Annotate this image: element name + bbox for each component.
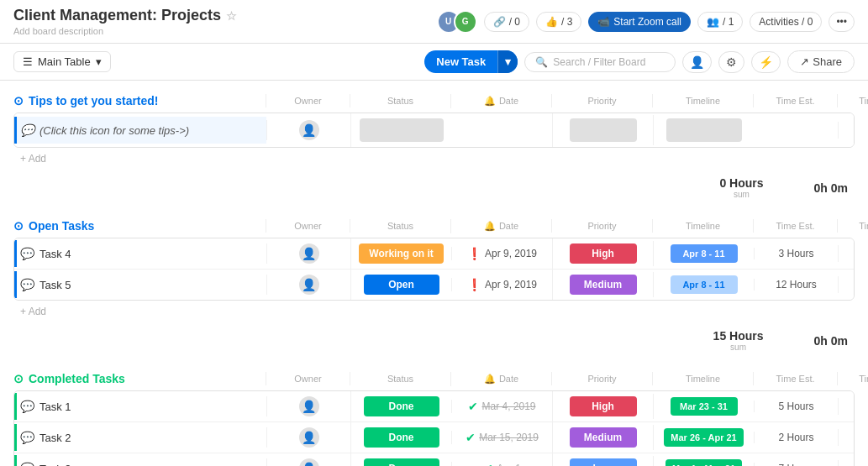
timeline-badge[interactable]: Apr 8 - 11 [671,244,738,263]
timeline-badge[interactable]: Mar 1 - May 31 [665,459,742,466]
priority-cell: Medium [552,422,653,453]
open-rows: 💬 Task 4 👤 Working on it ❗ Apr 9, 2019 H… [13,238,855,301]
date-cell: ✔ Apr 1 [451,462,552,466]
tips-rows: 💬 (Click this icon for some tips->) 👤 [13,113,855,148]
col-time-track-comp: Time Tracking [837,372,868,385]
gear-icon: ⚙ [726,55,737,69]
col-date-tips: 🔔 Date [450,94,551,108]
chevron-down-icon: ▾ [96,55,102,68]
person-filter-button[interactable]: 👤 [682,51,712,73]
time-track-cell: ▶ [838,276,855,293]
team-button[interactable]: 👥 / 1 [697,12,743,32]
completed-group-title[interactable]: ⊙ Completed Tasks [13,369,266,389]
date-value: Apr 1 [497,463,521,466]
priority-badge[interactable]: Low [570,458,637,466]
priority-badge[interactable]: Medium [570,275,637,295]
share-button[interactable]: ↗ Share [787,50,855,73]
timeline-badge[interactable]: Mar 23 - 31 [671,397,738,416]
main-table-button[interactable]: ☰ Main Table ▾ [13,51,111,72]
priority-cell: High [552,238,653,269]
timeline-cell: Mar 26 - Apr 21 [653,425,754,450]
timeline-badge[interactable]: Mar 26 - Apr 21 [664,428,743,447]
status-badge[interactable]: Done [364,458,439,466]
table-row: 💬 Task 4 👤 Working on it ❗ Apr 9, 2019 H… [14,238,854,270]
status-cell: Open [350,270,451,300]
chat-icon: 💬 [20,247,34,260]
zoom-label: Start Zoom call [613,16,681,28]
timeline-badge[interactable]: Apr 8 - 11 [671,275,738,294]
chat-icon: 💬 [20,278,34,291]
time-track-cell: ▶ [838,429,855,446]
owner-avatar: 👤 [299,243,319,264]
like-button[interactable]: 👍 / 3 [536,12,581,32]
chevron-open-icon: ⊙ [13,219,24,233]
owner-cell: 👤 [266,396,350,416]
check-icon: ✔ [468,400,478,413]
team-icon: 👥 [707,16,719,28]
status-badge[interactable]: Working on it [359,243,443,264]
top-bar: Client Management: Projects ☆ Add board … [0,0,868,44]
sum-track-value: 0h 0m [814,334,848,348]
sum-value: 15 Hours [713,329,764,343]
time-track-cell: ▶ [838,460,855,466]
new-task-label: New Task [424,50,497,73]
task-name: Task 2 [39,432,260,444]
date-value: Apr 9, 2019 [485,279,537,291]
owner-cell: 👤 [266,275,350,295]
sum-item-hours: 0 Hours sum [719,176,763,199]
add-row-open[interactable]: + Add [13,301,855,322]
col-status-open: Status [350,219,450,233]
search-icon: 🔍 [535,56,548,68]
board-subtitle[interactable]: Add board description [13,26,237,36]
timeline-cell: Mar 23 - 31 [653,394,754,419]
completed-group: ⊙ Completed Tasks Owner Status 🔔 Date Pr… [13,369,855,466]
time-est-cell: 2 Hours [754,432,838,443]
person-icon: 👤 [690,55,704,69]
col-owner-tips: Owner [266,94,350,107]
filter-button[interactable]: ⚡ [751,51,781,73]
time-track-cell: ▶ [838,245,855,262]
toolbar: ☰ Main Table ▾ New Task ▾ 🔍 Search / Fil… [0,44,868,81]
task-name: Task 3 [39,463,260,467]
new-task-button[interactable]: New Task ▾ [424,50,518,73]
zoom-button[interactable]: 📹 Start Zoom call [588,12,691,32]
tips-group-title[interactable]: ⊙ Tips to get you started! [13,91,266,111]
status-badge[interactable]: Open [364,275,439,295]
invite-button[interactable]: 🔗 / 0 [484,12,529,32]
priority-empty [570,118,637,142]
tips-title-text: Tips to get you started! [29,94,159,107]
sum-label: sum [719,190,763,199]
owner-avatar: 👤 [299,275,319,295]
open-group: ⊙ Open Tasks Owner Status 🔔 Date Priorit… [13,216,855,355]
share-icon: ↗ [800,55,809,68]
priority-cell: Medium [552,270,653,300]
activities-button[interactable]: Activities / 0 [750,12,822,32]
task-name-cell: 💬 (Click this icon for some tips->) [14,117,266,144]
sum-item-track: 0h 0m [814,181,848,195]
priority-badge[interactable]: Medium [570,427,637,448]
table-row: 💬 Task 5 👤 Open ❗ Apr 9, 2019 Medium A [14,270,854,300]
settings-button[interactable]: ⚙ [718,51,744,73]
add-row-tips[interactable]: + Add [13,148,855,170]
chat-icon: 💬 [20,431,34,444]
col-timeline-comp: Timeline [652,372,753,385]
task-name: Task 4 [39,248,260,260]
main-table-label: Main Table [38,55,91,68]
check-icon: ✔ [483,462,493,466]
search-box[interactable]: 🔍 Search / Filter Board [524,52,676,72]
more-button[interactable]: ••• [829,12,855,32]
task-name-cell: 💬 Task 2 [14,424,266,451]
priority-badge[interactable]: High [570,396,637,416]
col-owner-open: Owner [266,219,350,233]
owner-cell: 👤 [266,458,350,466]
task-name-cell: 💬 Task 3 [14,455,266,466]
status-badge[interactable]: Done [364,396,439,416]
priority-badge[interactable]: High [570,243,637,264]
open-group-title[interactable]: ⊙ Open Tasks [13,216,266,236]
timeline-cell: Apr 8 - 11 [653,272,754,297]
status-badge[interactable]: Done [364,427,439,448]
sum-box: 0 Hours sum 0h 0m [719,176,848,199]
like-icon: 👍 [545,16,558,28]
star-icon[interactable]: ☆ [226,9,237,23]
date-cell: ✔ Mar 4, 2019 [451,400,552,413]
